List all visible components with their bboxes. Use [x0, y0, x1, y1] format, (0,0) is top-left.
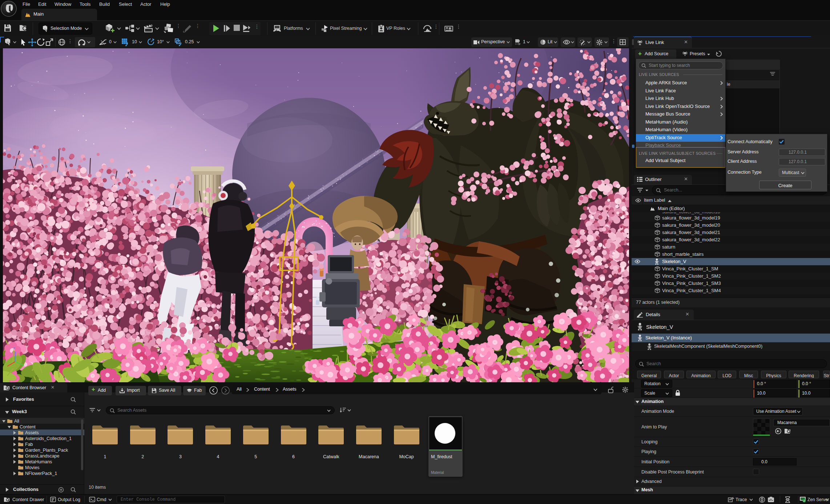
- svg-text:z: z: [13, 346, 15, 350]
